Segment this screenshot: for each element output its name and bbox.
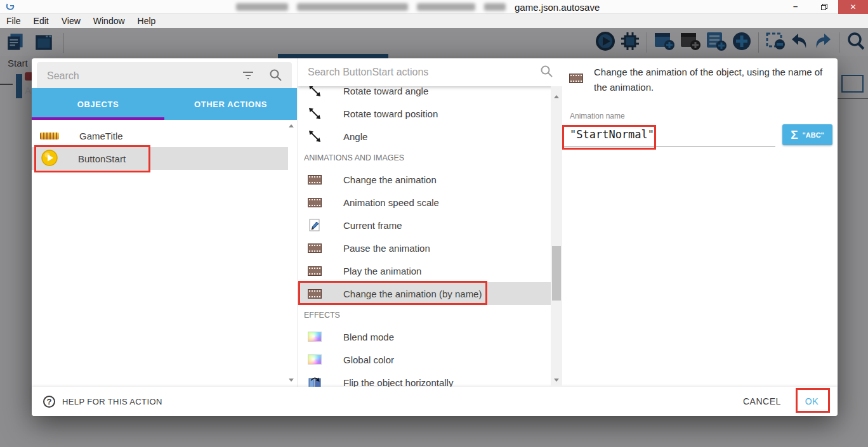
animation-name-field[interactable]: "StartNormal" bbox=[562, 122, 775, 147]
buttonstart-sprite-icon bbox=[41, 150, 58, 168]
action-row[interactable]: Flip the object horizontally bbox=[298, 371, 551, 387]
window-title: game.json.autosave bbox=[236, 0, 600, 14]
action-row[interactable]: Angle bbox=[298, 125, 551, 148]
sigma-icon: Σ bbox=[791, 128, 798, 142]
filter-icon[interactable] bbox=[242, 70, 254, 82]
action-row[interactable]: Play the animation bbox=[298, 259, 551, 282]
object-list: GameTitle ButtonStart bbox=[32, 120, 288, 387]
filmstrip-icon bbox=[307, 266, 322, 276]
filmstrip-icon bbox=[307, 243, 322, 253]
scroll-down-icon[interactable] bbox=[554, 379, 559, 382]
tab-objects[interactable]: OBJECTS bbox=[32, 88, 164, 120]
gdevelop-window: game.json.autosave – ✕ File Edit View Wi… bbox=[0, 0, 868, 447]
menu-help[interactable]: Help bbox=[131, 16, 162, 26]
restore-button[interactable] bbox=[810, 0, 838, 14]
close-button[interactable]: ✕ bbox=[838, 0, 868, 14]
redacted-path-segment bbox=[297, 3, 408, 11]
action-row[interactable]: Global color bbox=[298, 348, 551, 371]
minimize-button[interactable]: – bbox=[781, 0, 810, 14]
redacted-path-segment bbox=[417, 3, 475, 11]
object-row-buttonstart[interactable]: ButtonStart bbox=[32, 147, 288, 170]
action-description: Change the animation of the object, usin… bbox=[594, 65, 831, 95]
gametitle-sprite-icon bbox=[40, 133, 59, 139]
color-icon bbox=[307, 332, 322, 342]
window-controls: – ✕ bbox=[781, 0, 868, 14]
section-header: ANIMATIONS AND IMAGES bbox=[298, 148, 551, 168]
search-icon bbox=[269, 68, 282, 84]
gdevelop-logo-icon bbox=[5, 2, 15, 11]
menubar: File Edit View Window Help bbox=[0, 14, 868, 28]
frame-icon bbox=[307, 219, 322, 231]
actions-panel: Rotate toward angle Rotate toward positi… bbox=[297, 58, 562, 387]
action-row[interactable]: Rotate toward position bbox=[298, 102, 551, 125]
filmstrip-icon bbox=[307, 198, 322, 207]
rotate-icon bbox=[307, 107, 322, 120]
tab-other-actions[interactable]: OTHER ACTIONS bbox=[164, 88, 297, 120]
action-row[interactable]: Blend mode bbox=[298, 325, 551, 348]
color-icon bbox=[307, 354, 322, 365]
filmstrip-icon bbox=[307, 175, 322, 185]
action-list: Rotate toward angle Rotate toward positi… bbox=[298, 79, 551, 387]
objects-search-input[interactable] bbox=[47, 70, 227, 82]
action-row[interactable]: Current frame bbox=[298, 214, 551, 236]
menu-window[interactable]: Window bbox=[87, 16, 131, 26]
help-icon: ? bbox=[43, 396, 55, 408]
cancel-button[interactable]: CANCEL bbox=[743, 396, 781, 406]
redacted-path-segment bbox=[236, 3, 288, 11]
objects-panel: OBJECTS OTHER ACTIONS GameTitle ButtonSt… bbox=[32, 58, 297, 387]
app-content: Start A OBJ bbox=[0, 28, 868, 447]
animation-name-label: Animation name bbox=[570, 112, 625, 120]
action-row[interactable]: Change the animation bbox=[298, 168, 551, 191]
titlebar: game.json.autosave – ✕ bbox=[0, 0, 868, 14]
dialog-footer: ? HELP FOR THIS ACTION CANCEL OK bbox=[32, 387, 838, 416]
filmstrip-icon bbox=[569, 74, 583, 95]
objects-search-box bbox=[37, 62, 292, 90]
instruction-editor-dialog: OBJECTS OTHER ACTIONS GameTitle ButtonSt… bbox=[32, 58, 838, 416]
actions-scrollbar[interactable] bbox=[551, 86, 562, 387]
object-row-gametitle[interactable]: GameTitle bbox=[32, 124, 288, 147]
scrollbar-thumb[interactable] bbox=[552, 246, 561, 301]
expression-editor-button[interactable]: Σ "ABC" bbox=[782, 124, 832, 145]
scroll-down-icon[interactable] bbox=[289, 379, 294, 382]
action-row[interactable]: Animation speed scale bbox=[298, 191, 551, 214]
scroll-up-icon[interactable] bbox=[554, 95, 559, 98]
action-row-change-animation-by-name[interactable]: Change the animation (by name) bbox=[298, 282, 551, 305]
search-icon bbox=[540, 65, 553, 80]
restore-icon bbox=[820, 3, 828, 11]
flip-icon bbox=[307, 376, 322, 387]
window-title-text: game.json.autosave bbox=[515, 2, 600, 13]
scroll-up-icon[interactable] bbox=[289, 124, 294, 127]
filmstrip-icon bbox=[307, 289, 322, 299]
redacted-path-segment bbox=[484, 3, 506, 11]
menu-edit[interactable]: Edit bbox=[27, 16, 55, 26]
section-header: EFFECTS bbox=[298, 305, 551, 325]
menu-file[interactable]: File bbox=[0, 16, 27, 26]
objects-tabbar: OBJECTS OTHER ACTIONS bbox=[32, 88, 297, 120]
actions-search-input[interactable] bbox=[308, 67, 540, 78]
rotate-icon bbox=[307, 129, 322, 143]
menu-view[interactable]: View bbox=[55, 16, 87, 26]
action-config-panel: Change the animation of the object, usin… bbox=[562, 58, 838, 387]
actions-search-box bbox=[298, 58, 562, 86]
help-button[interactable]: ? HELP FOR THIS ACTION bbox=[43, 396, 162, 408]
action-row[interactable]: Pause the animation bbox=[298, 236, 551, 259]
ok-button[interactable]: OK bbox=[805, 396, 819, 406]
